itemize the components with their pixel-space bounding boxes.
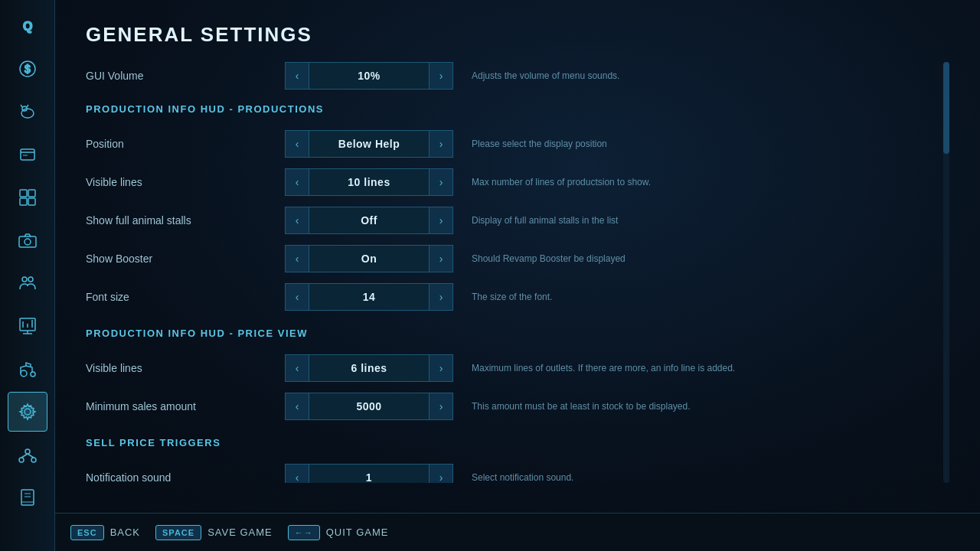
visible-lines-price-control: ‹ 6 lines › — [285, 354, 453, 382]
svg-point-25 — [31, 372, 35, 377]
booster-value: On — [309, 245, 429, 272]
setting-row-font-size: Font size ‹ 14 › The size of the font. — [86, 280, 934, 314]
sidebar-item-settings[interactable] — [8, 392, 47, 432]
booster-control: ‹ On › — [285, 245, 453, 272]
svg-point-16 — [22, 277, 27, 282]
svg-point-17 — [28, 277, 33, 282]
svg-text:Q: Q — [23, 20, 32, 33]
quit-label: QUIT GAME — [326, 527, 389, 538]
visible-lines-price-prev-btn[interactable]: ‹ — [285, 354, 309, 382]
esc-key-badge: ESC — [70, 525, 104, 540]
booster-desc: Should Revamp Booster be displayed — [472, 253, 934, 264]
section-header-price-view: PRODUCTION INFO HUD - PRICE VIEW — [86, 328, 934, 344]
svg-rect-14 — [19, 236, 36, 247]
position-prev-btn[interactable]: ‹ — [285, 130, 309, 158]
min-sales-prev-btn[interactable]: ‹ — [285, 393, 309, 420]
page-title: GENERAL SETTINGS — [86, 23, 949, 47]
sidebar-item-q[interactable]: Q — [8, 6, 47, 46]
notification-value: 1 — [309, 464, 429, 483]
sidebar-item-board[interactable] — [8, 306, 47, 346]
visible-lines-next-btn[interactable]: › — [429, 168, 453, 196]
animal-stalls-control: ‹ Off › — [285, 207, 453, 234]
booster-prev-btn[interactable]: ‹ — [285, 245, 309, 272]
gui-volume-value: 10% — [309, 62, 429, 90]
main-content: GENERAL SETTINGS GUI Volume ‹ 10% › Adju… — [55, 0, 980, 513]
sidebar-item-book[interactable] — [8, 478, 47, 517]
svg-point-28 — [19, 458, 24, 462]
position-control: ‹ Below Help › — [285, 130, 453, 158]
visible-lines-price-value: 6 lines — [309, 354, 429, 382]
font-size-control: ‹ 14 › — [285, 283, 453, 311]
sidebar-item-hud[interactable] — [8, 178, 47, 217]
setting-row-min-sales: Minimum sales amount ‹ 5000 › This amoun… — [86, 390, 934, 423]
sidebar-item-camera[interactable] — [8, 220, 47, 260]
notification-control: ‹ 1 › — [285, 464, 453, 483]
visible-lines-price-desc: Maximum lines of outlets. If there are m… — [472, 363, 934, 373]
booster-next-btn[interactable]: › — [429, 245, 453, 272]
setting-row-notification: Notification sound ‹ 1 › Select notifica… — [86, 461, 934, 483]
sidebar-item-cards[interactable] — [8, 135, 47, 174]
section-header-productions: PRODUCTION INFO HUD - PRODUCTIONS — [86, 103, 934, 119]
animal-stalls-prev-btn[interactable]: ‹ — [285, 207, 309, 234]
min-sales-control: ‹ 5000 › — [285, 393, 453, 420]
quit-button[interactable]: ←→ QUIT GAME — [288, 525, 389, 540]
notification-label: Notification sound — [86, 471, 285, 483]
svg-line-30 — [21, 454, 28, 458]
svg-point-24 — [21, 370, 27, 377]
notification-prev-btn[interactable]: ‹ — [285, 464, 309, 483]
font-size-value: 14 — [309, 283, 429, 311]
setting-row-animal-stalls: Show full animal stalls ‹ Off › Display … — [86, 204, 934, 237]
svg-point-29 — [31, 458, 36, 462]
save-label: SAVE GAME — [207, 527, 273, 538]
settings-content: GUI Volume ‹ 10% › Adjusts the volume of… — [86, 62, 949, 483]
font-size-prev-btn[interactable]: ‹ — [285, 283, 309, 311]
visible-lines-label: Visible lines — [86, 176, 285, 188]
visible-lines-control: ‹ 10 lines › — [285, 168, 453, 196]
sidebar-item-workers[interactable] — [8, 263, 47, 303]
animal-stalls-next-btn[interactable]: › — [429, 207, 453, 234]
visible-lines-price-next-btn[interactable]: › — [429, 354, 453, 382]
font-size-next-btn[interactable]: › — [429, 283, 453, 311]
min-sales-label: Minimum sales amount — [86, 400, 285, 412]
svg-line-5 — [21, 105, 22, 107]
gui-volume-prev-btn[interactable]: ‹ — [285, 62, 309, 90]
font-size-label: Font size — [86, 291, 285, 303]
sidebar-item-network[interactable] — [8, 435, 47, 474]
scrollbar-thumb[interactable] — [943, 62, 949, 154]
notification-next-btn[interactable]: › — [429, 464, 453, 483]
setting-row-visible-lines-price: Visible lines ‹ 6 lines › Maximum lines … — [86, 351, 934, 385]
min-sales-next-btn[interactable]: › — [429, 393, 453, 420]
svg-rect-11 — [28, 190, 35, 197]
scrollbar-track[interactable] — [943, 62, 949, 483]
back-label: BACK — [110, 527, 140, 538]
save-button[interactable]: SPACE SAVE GAME — [155, 525, 273, 540]
svg-rect-10 — [20, 190, 27, 197]
setting-row-position: Position ‹ Below Help › Please select th… — [86, 127, 934, 161]
svg-rect-7 — [21, 149, 34, 160]
position-value: Below Help — [309, 130, 429, 158]
sidebar: Q $ — [0, 0, 55, 551]
svg-rect-12 — [20, 198, 27, 205]
visible-lines-price-label: Visible lines — [86, 362, 285, 374]
svg-point-27 — [25, 449, 30, 454]
position-next-btn[interactable]: › — [429, 130, 453, 158]
gui-volume-desc: Adjusts the volume of menu sounds. — [472, 70, 934, 81]
gui-volume-label: GUI Volume — [86, 70, 285, 82]
gui-volume-row: GUI Volume ‹ 10% › Adjusts the volume of… — [86, 62, 934, 90]
back-button[interactable]: ESC BACK — [70, 525, 140, 540]
visible-lines-prev-btn[interactable]: ‹ — [285, 168, 309, 196]
gui-volume-control: ‹ 10% › — [285, 62, 453, 90]
notification-desc: Select notification sound. — [472, 472, 934, 483]
sidebar-item-tractor[interactable] — [8, 349, 47, 389]
svg-point-15 — [24, 239, 31, 245]
svg-line-6 — [27, 105, 28, 107]
gui-volume-next-btn[interactable]: › — [429, 62, 453, 90]
bottom-bar: ESC BACK SPACE SAVE GAME ←→ QUIT GAME — [55, 513, 980, 551]
svg-line-31 — [28, 454, 34, 458]
font-size-desc: The size of the font. — [472, 292, 934, 302]
min-sales-desc: This amount must be at least in stock to… — [472, 401, 934, 412]
sidebar-item-economy[interactable]: $ — [8, 49, 47, 89]
animal-stalls-value: Off — [309, 207, 429, 234]
sidebar-item-animals[interactable] — [8, 92, 47, 132]
visible-lines-desc: Max number of lines of productsion to sh… — [472, 177, 934, 187]
